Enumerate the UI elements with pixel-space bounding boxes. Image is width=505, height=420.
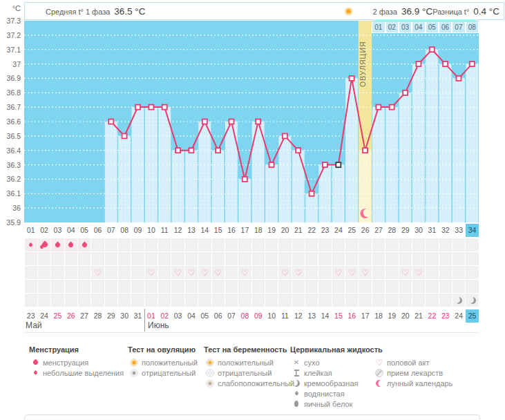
cervical-fluid-cell[interactable]: [225, 280, 238, 293]
date-cell[interactable]: 20: [399, 309, 412, 323]
cervical-fluid-cell[interactable]: [105, 280, 117, 293]
cervical-fluid-cell[interactable]: [51, 280, 64, 293]
cervical-fluid-cell[interactable]: [345, 280, 358, 293]
intercourse-cell[interactable]: [439, 266, 452, 279]
cervical-fluid-cell[interactable]: [252, 280, 265, 293]
lunar-cell[interactable]: [439, 294, 452, 307]
date-cell[interactable]: 06: [211, 309, 225, 323]
date-cell[interactable]: 27: [77, 309, 90, 323]
cervical-fluid-cell[interactable]: [265, 280, 278, 293]
lunar-cell[interactable]: [212, 294, 225, 307]
lunar-cell[interactable]: [238, 294, 251, 307]
cycle-day-cell[interactable]: 33: [452, 224, 466, 237]
cervical-fluid-cell[interactable]: [185, 280, 198, 293]
intercourse-cell[interactable]: [372, 266, 385, 279]
menstruation-cell[interactable]: [332, 238, 345, 251]
cycle-day-cell[interactable]: 13: [184, 224, 198, 237]
ovulation-test-cell[interactable]: [78, 252, 90, 265]
menstruation-cell[interactable]: [158, 238, 171, 251]
intercourse-cell[interactable]: [225, 266, 238, 279]
intercourse-cell[interactable]: [25, 266, 37, 279]
intercourse-cell[interactable]: [38, 266, 50, 279]
ovulation-test-cell[interactable]: [51, 252, 64, 265]
ovulation-test-cell[interactable]: [278, 252, 291, 265]
ovulation-test-cell[interactable]: [171, 252, 184, 265]
cervical-fluid-cell[interactable]: [38, 280, 50, 293]
cervical-fluid-cell[interactable]: [78, 280, 90, 293]
menstruation-cell[interactable]: [185, 238, 198, 251]
date-cell[interactable]: 16: [345, 309, 359, 323]
cycle-day-cell[interactable]: 02: [37, 224, 50, 237]
cycle-day-cell[interactable]: 14: [198, 224, 211, 237]
ovulation-test-cell[interactable]: [265, 252, 278, 265]
lunar-cell[interactable]: [318, 294, 331, 307]
lunar-cell[interactable]: [145, 294, 158, 307]
date-cell[interactable]: 15: [332, 309, 345, 323]
cycle-day-cell[interactable]: 32: [439, 224, 452, 237]
cycle-day-cell[interactable]: 27: [372, 224, 385, 237]
intercourse-cell[interactable]: [318, 266, 331, 279]
menstruation-cell[interactable]: [345, 238, 358, 251]
intercourse-cell[interactable]: [385, 266, 398, 279]
cycle-day-cell[interactable]: 31: [426, 224, 439, 237]
lunar-cell[interactable]: [332, 294, 345, 307]
ovulation-test-cell[interactable]: [359, 252, 371, 265]
intercourse-cell[interactable]: ♡: [412, 266, 425, 279]
intercourse-cell[interactable]: [452, 266, 465, 279]
ovulation-test-cell[interactable]: [426, 252, 438, 265]
menstruation-cell[interactable]: [399, 238, 412, 251]
lunar-cell[interactable]: [278, 294, 291, 307]
cervical-fluid-cell[interactable]: [426, 280, 438, 293]
date-cell[interactable]: 25: [466, 309, 479, 323]
ovulation-test-cell[interactable]: [212, 252, 225, 265]
cervical-fluid-cell[interactable]: [305, 280, 318, 293]
lunar-cell[interactable]: [118, 294, 131, 307]
menstruation-cell[interactable]: [412, 238, 425, 251]
ovulation-test-cell[interactable]: [145, 252, 158, 265]
lunar-cell[interactable]: [51, 294, 64, 307]
ovulation-test-cell[interactable]: [412, 252, 425, 265]
date-cell[interactable]: 30: [118, 309, 131, 323]
menstruation-cell[interactable]: [305, 238, 318, 251]
intercourse-cell[interactable]: ♡: [171, 266, 184, 279]
date-cell[interactable]: 07: [225, 309, 238, 323]
intercourse-cell[interactable]: ♡: [91, 266, 104, 279]
cervical-fluid-cell[interactable]: [332, 280, 345, 293]
lunar-cell[interactable]: [78, 294, 90, 307]
cervical-fluid-cell[interactable]: [385, 280, 398, 293]
intercourse-cell[interactable]: ♡: [292, 266, 305, 279]
lunar-cell[interactable]: [412, 294, 425, 307]
date-cell[interactable]: 28: [91, 309, 104, 323]
menstruation-cell[interactable]: [439, 238, 452, 251]
menstruation-cell[interactable]: [385, 238, 398, 251]
cervical-fluid-cell[interactable]: [278, 280, 291, 293]
date-cell[interactable]: 22: [426, 309, 439, 323]
cervical-fluid-cell[interactable]: [372, 280, 385, 293]
date-cell[interactable]: 23: [439, 309, 452, 323]
date-cell[interactable]: 03: [171, 309, 184, 323]
intercourse-cell[interactable]: [51, 266, 64, 279]
intercourse-cell[interactable]: [131, 266, 144, 279]
cervical-fluid-cell[interactable]: [131, 280, 144, 293]
menstruation-cell[interactable]: [171, 238, 184, 251]
ovulation-test-cell[interactable]: [252, 252, 265, 265]
ovulation-test-cell[interactable]: [185, 252, 198, 265]
menstruation-cell[interactable]: [78, 238, 90, 251]
lunar-cell[interactable]: [198, 294, 211, 307]
lunar-cell[interactable]: [385, 294, 398, 307]
date-cell[interactable]: 19: [385, 309, 399, 323]
ovulation-test-cell[interactable]: [452, 252, 465, 265]
menstruation-cell[interactable]: [91, 238, 104, 251]
date-cell[interactable]: 24: [452, 309, 466, 323]
ovulation-test-cell[interactable]: [385, 252, 398, 265]
intercourse-cell[interactable]: [426, 266, 438, 279]
intercourse-cell[interactable]: [65, 266, 77, 279]
cervical-fluid-cell[interactable]: [412, 280, 425, 293]
lunar-cell[interactable]: [345, 294, 358, 307]
lunar-cell[interactable]: [38, 294, 50, 307]
ovulation-test-cell[interactable]: [238, 252, 251, 265]
menstruation-cell[interactable]: [145, 238, 158, 251]
cervical-fluid-cell[interactable]: [238, 280, 251, 293]
menstruation-cell[interactable]: [452, 238, 465, 251]
date-cell[interactable]: 13: [305, 309, 318, 323]
